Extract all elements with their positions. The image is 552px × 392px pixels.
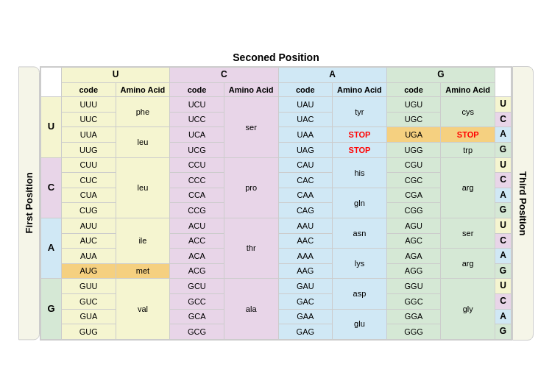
a-column-header: A [278, 68, 386, 83]
u-code-cell: GUC [62, 293, 116, 309]
c-code-cell: CCC [170, 173, 224, 188]
a-code-cell: AAU [278, 218, 333, 233]
u-amino-cell: met [116, 263, 170, 279]
g-code-cell: UGU [386, 97, 441, 113]
c-code-cell: ACU [170, 218, 224, 233]
g-amino-cell: STOP [441, 127, 495, 143]
c-amino-header: Amino Acid [224, 82, 278, 96]
empty-header [41, 68, 62, 97]
c-code-cell: ACG [170, 263, 224, 279]
a-code-cell: CAG [278, 203, 333, 218]
a-amino-cell: asn [333, 218, 387, 248]
g-amino-cell: ser [441, 218, 495, 248]
g-code-cell: GGU [386, 279, 441, 294]
third-pos-A: A [495, 188, 512, 203]
second-position-header: Seconed Position [18, 51, 534, 63]
g-amino-cell: arg [441, 249, 495, 279]
a-code-cell: AAG [278, 263, 333, 279]
u-code-cell: AUC [62, 233, 116, 249]
c-amino-cell: ala [224, 279, 278, 339]
third-pos-U: U [495, 218, 512, 233]
third-pos-C: C [495, 233, 512, 249]
c-code-cell: ACC [170, 233, 224, 249]
u-code-cell: GUA [62, 309, 116, 324]
g-code-cell: CGC [386, 173, 441, 188]
stop-label: STOP [457, 130, 479, 139]
third-pos-U: U [495, 157, 512, 173]
g-amino-header: Amino Acid [441, 82, 495, 96]
a-amino-cell: glu [333, 309, 387, 339]
a-code-header: code [278, 82, 333, 96]
c-code-cell: UCG [170, 142, 224, 157]
c-code-cell: GCG [170, 324, 224, 340]
u-code-cell: CUU [62, 157, 116, 173]
first-pos-C: C [41, 157, 62, 218]
a-amino-cell: STOP [333, 127, 387, 143]
c-amino-cell: pro [224, 157, 278, 218]
c-code-cell: CCU [170, 157, 224, 173]
third-pos-C: C [495, 173, 512, 188]
u-code-cell: AUG [62, 263, 116, 279]
outer-container: Seconed Position First Position U C A G … [11, 44, 541, 347]
c-code-cell: ACA [170, 249, 224, 264]
g-code-cell: GGG [386, 324, 441, 340]
g-code-cell: AGU [386, 218, 441, 233]
u-code-cell: AUA [62, 249, 116, 264]
a-code-cell: AAC [278, 233, 333, 249]
u-code-header: code [62, 82, 116, 96]
codon-table: U C A G code Amino Acid code Amino Acid … [40, 67, 512, 339]
u-column-header: U [62, 68, 170, 83]
u-code-cell: CUA [62, 188, 116, 203]
c-code-cell: GCU [170, 279, 224, 294]
u-code-cell: GUG [62, 324, 116, 340]
c-code-cell: CCG [170, 203, 224, 218]
third-pos-U: U [495, 97, 512, 113]
third-pos-C: C [495, 112, 512, 127]
a-code-cell: CAC [278, 173, 333, 188]
a-amino-cell: his [333, 157, 387, 188]
third-pos-G: G [495, 324, 512, 340]
g-code-cell: CGG [386, 203, 441, 218]
a-code-cell: GAG [278, 324, 333, 340]
g-code-cell: UGA [386, 127, 441, 143]
third-pos-G: G [495, 203, 512, 218]
third-position-label: Third Position [512, 66, 534, 340]
c-code-cell: UCA [170, 127, 224, 143]
a-amino-cell: lys [333, 249, 387, 279]
c-code-cell: CCA [170, 188, 224, 203]
g-amino-cell: cys [441, 97, 495, 127]
u-amino-cell: leu [116, 157, 170, 218]
u-amino-header: Amino Acid [116, 82, 170, 96]
a-code-cell: UAA [278, 127, 333, 143]
empty-header-right [495, 68, 512, 97]
a-amino-cell: gln [333, 188, 387, 218]
g-code-cell: UGC [386, 112, 441, 127]
third-pos-U: U [495, 279, 512, 294]
first-pos-A: A [41, 218, 62, 278]
third-pos-G: G [495, 142, 512, 157]
first-pos-U: U [41, 97, 62, 157]
u-code-cell: UUU [62, 97, 116, 113]
a-code-cell: CAU [278, 157, 333, 173]
g-code-cell: UGG [386, 142, 441, 157]
third-pos-A: A [495, 309, 512, 324]
c-code-cell: GCC [170, 293, 224, 309]
a-code-cell: GAA [278, 309, 333, 324]
u-code-cell: CUC [62, 173, 116, 188]
third-pos-A: A [495, 127, 512, 143]
g-code-cell: AGA [386, 249, 441, 264]
third-pos-G: G [495, 263, 512, 279]
a-code-cell: GAU [278, 279, 333, 294]
g-column-header: G [386, 68, 495, 83]
first-position-label: First Position [18, 66, 40, 340]
a-code-cell: AAA [278, 249, 333, 264]
u-amino-cell: ile [116, 218, 170, 263]
g-code-cell: CGA [386, 188, 441, 203]
g-code-header: code [386, 82, 441, 96]
g-code-cell: AGG [386, 263, 441, 279]
c-code-cell: GCA [170, 309, 224, 324]
a-amino-cell: tyr [333, 97, 387, 127]
a-code-cell: UAC [278, 112, 333, 127]
g-amino-cell: gly [441, 279, 495, 339]
a-amino-header: Amino Acid [333, 82, 387, 96]
